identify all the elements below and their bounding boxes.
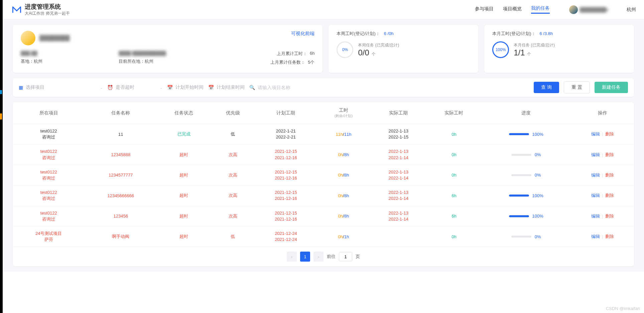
page-next-button[interactable]: › — [313, 252, 324, 262]
delete-link[interactable]: 删除 — [605, 131, 614, 136]
column-header: 工时(剩余/计划) — [317, 102, 370, 124]
overtime-dropdown[interactable]: ⏰ 是否超时 ⌄ — [107, 84, 162, 90]
table-row: test0122咨询过12345888超时次高2021-12-152021-12… — [13, 144, 634, 165]
query-button[interactable]: 查 询 — [534, 82, 559, 93]
delete-link[interactable]: 删除 — [605, 214, 614, 219]
chevron-down-icon: ⌄ — [100, 86, 103, 89]
end-date-picker[interactable]: 📅 计划结束时间 — [208, 84, 245, 90]
column-header: 任务名称 — [85, 102, 157, 124]
month-stat-card: 本月工时(登记/计划)：6 /3.8h 100% 本月任务 (已完成/总计) 1… — [484, 25, 634, 73]
column-header: 所在项目 — [13, 102, 85, 124]
page-1-button[interactable]: 1 — [300, 252, 310, 262]
search-field[interactable]: 🔍 — [249, 85, 304, 90]
visual-frontend-link[interactable]: 可视化前端 — [291, 31, 314, 45]
table-row: 24号测试项目萨芬啊手动阀超时低2021-12-242021-12-240h/1… — [13, 226, 634, 247]
alarm-icon: ⏰ — [107, 85, 113, 90]
nav-mytasks[interactable]: 我的任务 — [531, 5, 550, 14]
chevron-down-icon: ⌄ — [160, 86, 162, 89]
delete-link[interactable]: 删除 — [605, 193, 614, 198]
page-input[interactable] — [339, 252, 352, 261]
column-header: 实际工时 — [427, 102, 481, 124]
edit-link[interactable]: 编辑 — [591, 214, 600, 219]
edit-link[interactable]: 编辑 — [591, 173, 600, 178]
location-label: 杭州 — [627, 7, 636, 13]
info-card: ████████ 可视化前端 ███ ██ 基地：杭州 ████ ███████… — [13, 25, 323, 73]
task-table-wrap: 所在项目任务名称任务状态优先级计划工期工时(剩余/计划)实际工期实际工时进度操作… — [13, 102, 634, 266]
nav-projects[interactable]: 参与项目 — [475, 6, 494, 13]
nav-overview[interactable]: 项目概览 — [503, 6, 522, 13]
column-header: 计划工期 — [255, 102, 317, 124]
brand-subtitle: 大AI工作坊 师兄弟一起干 — [25, 11, 70, 16]
grid-icon: ▦ — [19, 85, 23, 90]
column-header: 实际工期 — [370, 102, 427, 124]
avatar-icon — [569, 5, 578, 14]
last-month-hours-label: 上月累计工时： — [277, 51, 307, 57]
avatar-large-icon — [21, 31, 35, 45]
delete-link[interactable]: 删除 — [605, 234, 614, 239]
table-row: test0122咨询过11已完成低2022-1-212022-2-2111h/1… — [13, 124, 634, 144]
user-menu[interactable]: ████████▾ — [569, 5, 609, 14]
select-project-dropdown[interactable]: ▦ 选择项目 ⌄ — [19, 84, 103, 90]
new-task-button[interactable]: 新建任务 — [595, 82, 628, 93]
calendar-icon: 📅 — [167, 85, 173, 90]
edit-link[interactable]: 编辑 — [591, 193, 600, 198]
calendar-icon: 📅 — [208, 85, 214, 90]
info-name: ████████ — [39, 35, 70, 41]
table-row: test0122咨询过123456超时次高2021-12-152021-12-1… — [13, 206, 634, 226]
month-ring-icon: 100% — [492, 41, 509, 58]
side-gutter — [0, 0, 3, 313]
week-hours-value: 6 /0h — [384, 31, 394, 36]
week-ring-icon: 0% — [337, 41, 353, 58]
table-row: test0122咨询过12345666666超时次高2021-12-152021… — [13, 186, 634, 206]
edit-link[interactable]: 编辑 — [591, 131, 600, 136]
column-header: 进度 — [481, 102, 571, 124]
pagination: ‹ 1 › 前往 页 — [13, 252, 634, 262]
user-name: ████████▾ — [580, 7, 609, 12]
search-icon: 🔍 — [249, 85, 255, 90]
top-bar: 进度管理系统 大AI工作坊 师兄弟一起干 参与项目 项目概览 我的任务 ████… — [3, 0, 644, 19]
week-stat-card: 本周工时(登记/计划)：6 /0h 0% 本周任务 (已完成/总计) 0/0 个 — [329, 25, 478, 73]
month-tasks-value: 1/1 — [514, 48, 525, 57]
brand-title: 进度管理系统 — [25, 3, 70, 11]
page-prev-button[interactable]: ‹ — [287, 252, 297, 262]
last-month-tasks-label: 上月累计任务数： — [270, 59, 305, 65]
edit-link[interactable]: 编辑 — [591, 152, 600, 157]
delete-link[interactable]: 删除 — [605, 173, 614, 178]
search-input[interactable] — [258, 85, 304, 90]
last-month-tasks-value: 5个 — [308, 59, 314, 65]
start-date-picker[interactable]: 📅 计划开始时间 — [167, 84, 204, 90]
filter-toolbar: ▦ 选择项目 ⌄ ⏰ 是否超时 ⌄ 📅 计划开始时间 📅 计划结束时间 — [13, 78, 634, 97]
watermark: CSDN @imkaifan — [606, 306, 640, 311]
column-header: 任务状态 — [157, 102, 211, 124]
month-hours-value: 6 /3.8h — [540, 31, 553, 36]
edit-link[interactable]: 编辑 — [591, 234, 600, 239]
reset-button[interactable]: 重 置 — [564, 81, 590, 93]
week-tasks-value: 0/0 — [358, 48, 369, 57]
delete-link[interactable]: 删除 — [605, 152, 614, 157]
task-table: 所在项目任务名称任务状态优先级计划工期工时(剩余/计划)实际工期实际工时进度操作… — [13, 102, 634, 247]
last-month-hours-value: 6h — [310, 51, 314, 57]
column-header: 优先级 — [211, 102, 255, 124]
logo-icon — [12, 6, 21, 13]
table-row: test0122咨询过1234577777超时次高2021-12-152021-… — [13, 165, 634, 185]
column-header: 操作 — [571, 102, 634, 124]
